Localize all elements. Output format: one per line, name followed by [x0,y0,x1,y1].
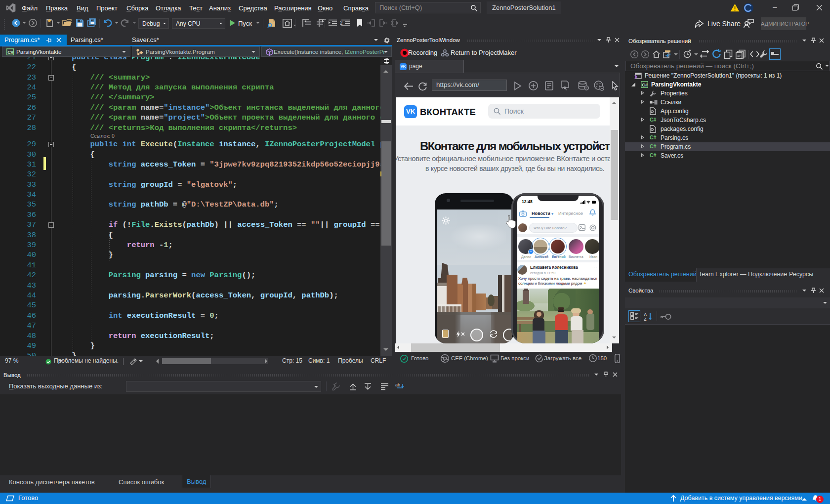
svg-text:C#: C# [7,49,14,55]
svg-text:2: 2 [340,20,343,26]
svg-text:Z: Z [644,317,647,321]
svg-text:ab: ab [395,382,400,387]
svg-text:C#: C# [642,82,648,87]
